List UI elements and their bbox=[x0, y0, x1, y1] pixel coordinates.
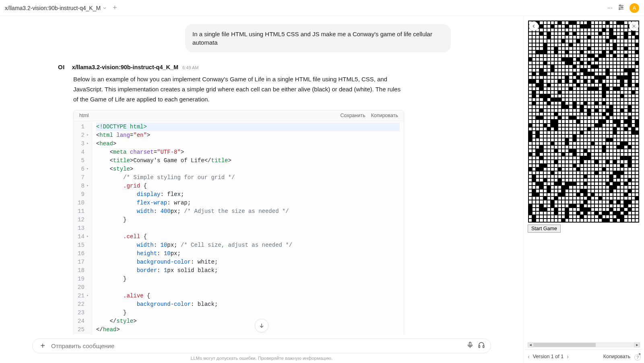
game-of-life-grid bbox=[528, 21, 639, 223]
help-button[interactable]: ? bbox=[634, 354, 641, 361]
svg-point-5 bbox=[619, 8, 620, 10]
preview-panel: Start Game ◄ ► ‹ Version 1 of 1 › Копиро… bbox=[523, 16, 644, 363]
message-timestamp: 6:49 AM bbox=[182, 65, 198, 70]
code-gutter: 12▾3▾456▾78▾91011121314▾15161718192021▾2… bbox=[74, 121, 92, 334]
svg-point-1 bbox=[619, 5, 621, 6]
user-message: In a single file HTML using HTML5 CSS an… bbox=[185, 24, 451, 52]
scroll-right-arrow[interactable]: ► bbox=[634, 342, 640, 347]
avatar[interactable]: A bbox=[630, 3, 639, 13]
svg-rect-9 bbox=[479, 346, 480, 348]
chat-column: In a single file HTML using HTML5 CSS an… bbox=[0, 16, 523, 363]
attach-button[interactable]: + bbox=[38, 341, 47, 351]
preview-close-button[interactable] bbox=[629, 21, 639, 31]
code-copy-button[interactable]: Копировать bbox=[371, 113, 398, 118]
arrow-left-icon bbox=[531, 23, 537, 29]
assistant-message: OI x/llama3.2-vision:90b-instruct-q4_K_M… bbox=[58, 64, 404, 334]
preview-copy-button[interactable]: Копировать bbox=[603, 354, 630, 359]
svg-point-3 bbox=[621, 6, 623, 8]
new-tab-button[interactable]: + bbox=[110, 4, 120, 12]
svg-rect-7 bbox=[469, 342, 471, 346]
code-content[interactable]: <!DOCTYPE html><html lang="en"><head> <m… bbox=[92, 121, 404, 334]
headphones-icon[interactable] bbox=[478, 341, 485, 351]
start-game-button[interactable]: Start Game bbox=[528, 225, 561, 233]
preview-hscrollbar[interactable]: ◄ ► bbox=[528, 342, 640, 348]
settings-icon[interactable] bbox=[617, 4, 625, 12]
microphone-icon[interactable] bbox=[466, 341, 474, 351]
version-prev-button[interactable]: ‹ bbox=[527, 353, 530, 360]
scroll-to-bottom-button[interactable] bbox=[255, 319, 268, 332]
disclaimer-text: LLMs могут допускать ошибки. Проверяйте … bbox=[0, 354, 523, 363]
message-input-box: + bbox=[32, 338, 491, 353]
code-block: html Сохранить Копировать 12▾3▾456▾78▾91… bbox=[73, 110, 404, 334]
model-name: x/llama3.2-vision:90b-instruct-q4_K_M bbox=[5, 5, 101, 11]
assistant-model-name: x/llama3.2-vision:90b-instruct-q4_K_M bbox=[72, 64, 178, 70]
scroll-left-arrow[interactable]: ◄ bbox=[528, 342, 533, 347]
chevron-down-icon bbox=[102, 6, 107, 10]
assistant-text: Below is an example of how you can imple… bbox=[73, 74, 404, 104]
message-input[interactable] bbox=[51, 342, 462, 349]
assistant-badge: OI bbox=[58, 64, 65, 70]
close-icon bbox=[632, 24, 636, 29]
svg-rect-10 bbox=[483, 346, 484, 348]
version-next-button[interactable]: › bbox=[566, 353, 570, 360]
code-save-button[interactable]: Сохранить bbox=[341, 113, 365, 118]
code-language-label: html bbox=[79, 113, 89, 118]
model-selector[interactable]: x/llama3.2-vision:90b-instruct-q4_K_M bbox=[5, 5, 107, 11]
version-label: Version 1 of 1 bbox=[533, 354, 564, 359]
preview-back-button[interactable] bbox=[529, 21, 539, 31]
arrow-down-icon bbox=[258, 322, 265, 329]
topbar: x/llama3.2-vision:90b-instruct-q4_K_M + … bbox=[0, 0, 644, 16]
more-menu-button[interactable]: ··· bbox=[607, 4, 613, 12]
